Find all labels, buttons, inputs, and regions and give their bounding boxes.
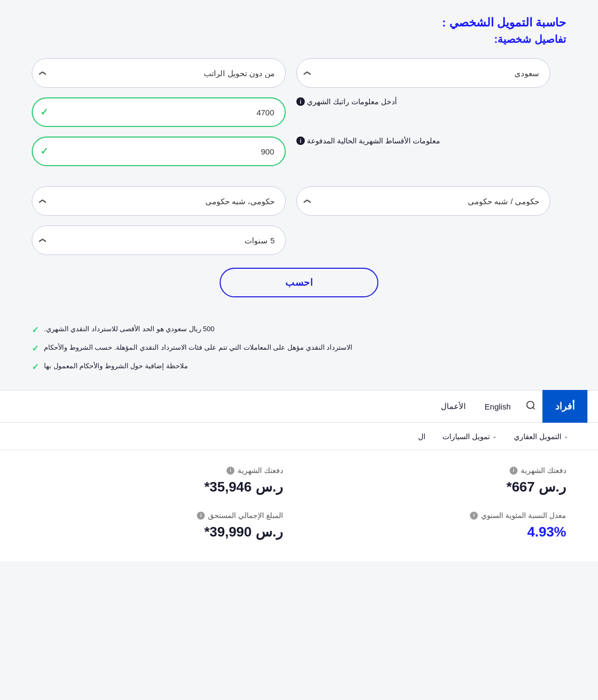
nav-brand-individuals[interactable]: أفراد [542,390,587,423]
form-row-5: 5 سنوات [32,225,566,255]
subnav-item-other[interactable]: ال [410,423,434,450]
result-annual-rate: معدل النسبة المئوية السنوي i 4.93% [315,511,566,540]
nav-right: الأعمال English أفراد [430,390,587,423]
result-monthly-payment-2-info[interactable]: i [226,467,234,475]
monthly-installments-group: ✓ [32,137,286,166]
note-check-2: ✓ [32,343,39,353]
monthly-installments-input[interactable] [32,137,286,166]
monthly-installments-label-group: معلومات الأقساط الشهرية الحالية المدفوعة… [296,137,550,166]
cars-chevron-icon: ⌄ [492,433,497,440]
calculator-section: حاسبة التمويل الشخصي : تفاصيل شخصية: من … [0,0,598,319]
note-item-1: 500 ريال سعودي هو الحد الأقصى للاسترداد … [32,324,566,335]
result-monthly-payment-2-label: دفعتك الشهرية i [32,466,283,475]
note-item-3: ملاحظة إضافية حول الشروط والأحكام المعمو… [32,361,566,372]
employer-sector-group: حكومي / شبه حكومي [296,186,550,216]
form-row-4: حكومي، شبه حكومي حكومي / شبه حكومي [32,186,566,216]
employer-type-group: حكومي، شبه حكومي [32,186,286,216]
nationality-select[interactable]: سعودي [296,58,550,88]
mortgage-chevron-icon: ⌄ [564,433,568,440]
result-monthly-payment-2-value: ر.س 35,946* [32,479,283,495]
duration-group: 5 سنوات [32,225,286,255]
installments-check-icon: ✓ [40,146,48,157]
svg-line-1 [533,407,535,409]
salary-transfer-select[interactable]: من دون تحويل الراتب [32,58,286,88]
result-annual-rate-info[interactable]: i [470,512,478,520]
form-row-1: من دون تحويل الراتب سعودي [32,58,566,88]
form-row-2: ✓ أدخل معلومات راتبك الشهري i [32,97,566,127]
result-monthly-payment-1-value: ر.س 667* [315,479,566,495]
employer-type-select-wrapper: حكومي، شبه حكومي [32,186,286,216]
monthly-salary-label: أدخل معلومات راتبك الشهري i [296,97,550,106]
result-monthly-payment-2: دفعتك الشهرية i ر.س 35,946* [32,466,283,495]
subnav-item-mortgage[interactable]: ⌄ التمويل العقاري [505,423,577,450]
result-monthly-payment-1: دفعتك الشهرية i ر.س 667* [315,466,566,495]
monthly-salary-input-wrapper: ✓ [32,97,286,127]
employer-type-select[interactable]: حكومي، شبه حكومي [32,186,286,216]
subnav-mortgage-label: التمويل العقاري [514,432,561,441]
monthly-installments-input-wrapper: ✓ [32,137,286,166]
result-total-amount-value: ر.س 39,990* [32,524,283,540]
results-grid: دفعتك الشهرية i ر.س 667* دفعتك الشهرية i… [32,466,566,540]
results-section: دفعتك الشهرية i ر.س 667* دفعتك الشهرية i… [0,450,598,561]
employer-sector-select-wrapper: حكومي / شبه حكومي [296,186,550,216]
monthly-installments-label: معلومات الأقساط الشهرية الحالية المدفوعة… [296,137,550,145]
navbar: الأعمال English أفراد [0,390,598,423]
calculate-button-row: احسب [32,268,566,297]
monthly-salary-input[interactable] [32,97,286,127]
result-annual-rate-value: 4.93% [315,524,566,540]
notes-section: 500 ريال سعودي هو الحد الأقصى للاسترداد … [0,319,598,390]
svg-point-0 [527,401,534,408]
calculate-button[interactable]: احسب [220,268,378,297]
subnav-cars-label: تمويل السيارات [442,432,490,441]
page-subtitle: تفاصيل شخصية: [32,33,566,46]
employer-sector-select[interactable]: حكومي / شبه حكومي [296,186,550,216]
note-text-2: الاسترداد النقدي مؤهل على المعاملات التي… [44,342,352,353]
subnav: ⌄ التمويل العقاري ⌄ تمويل السيارات ال [0,423,598,450]
nav-item-business[interactable]: الأعمال [430,390,476,423]
form-row-3: ✓ معلومات الأقساط الشهرية الحالية المدفو… [32,137,566,166]
nav-search-button[interactable] [519,400,542,413]
note-check-3: ✓ [32,362,39,372]
result-total-amount: المبلغ الإجمالي المستحق i ر.س 39,990* [32,511,283,540]
subnav-item-cars[interactable]: ⌄ تمويل السيارات [434,423,505,450]
result-annual-rate-label: معدل النسبة المئوية السنوي i [315,511,566,520]
duration-select-wrapper: 5 سنوات [32,225,286,255]
duration-select[interactable]: 5 سنوات [32,225,286,255]
note-text-3: ملاحظة إضافية حول الشروط والأحكام المعمو… [44,361,188,371]
page-title: حاسبة التمويل الشخصي : [32,16,566,30]
note-item-2: الاسترداد النقدي مؤهل على المعاملات التي… [32,342,566,353]
note-text-1: 500 ريال سعودي هو الحد الأقصى للاسترداد … [44,324,214,334]
duration-placeholder-group [296,225,550,255]
result-monthly-payment-1-label: دفعتك الشهرية i [315,466,566,475]
nationality-group: سعودي [296,58,550,88]
monthly-salary-info-icon[interactable]: i [296,97,305,106]
salary-transfer-select-wrapper: من دون تحويل الراتب [32,58,286,88]
salary-transfer-group: من دون تحويل الراتب [32,58,286,88]
nationality-select-wrapper: سعودي [296,58,550,88]
result-total-amount-label: المبلغ الإجمالي المستحق i [32,511,283,520]
salary-check-icon: ✓ [40,106,48,118]
result-monthly-payment-1-info[interactable]: i [510,467,518,475]
nav-english-button[interactable]: English [476,402,519,411]
monthly-installments-info-icon[interactable]: i [296,137,305,145]
note-check-1: ✓ [32,325,39,335]
monthly-salary-group: ✓ [32,97,286,127]
subnav-other-label: ال [418,432,425,441]
result-total-amount-info[interactable]: i [197,512,205,520]
page-wrapper: حاسبة التمويل الشخصي : تفاصيل شخصية: من … [0,0,598,561]
monthly-salary-label-group: أدخل معلومات راتبك الشهري i [296,97,550,127]
